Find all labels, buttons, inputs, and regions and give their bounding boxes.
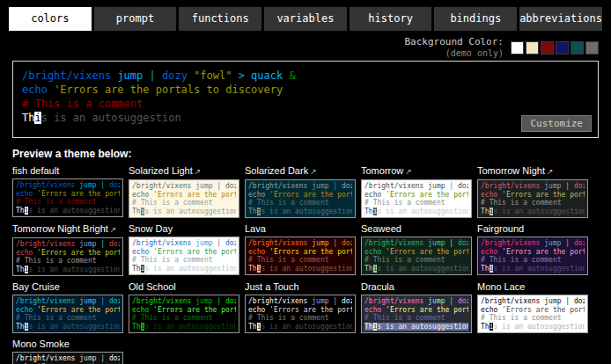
theme-preview: /bright/vixens jump | dozy "fowl" > quac… [477,179,588,218]
theme-name: Solarized Dark↗ [245,165,356,178]
tab-history[interactable]: history [350,7,432,31]
sample-line: # This is a comment [132,256,236,265]
background-swatch[interactable] [556,41,569,55]
customize-button[interactable]: Customize [521,115,592,132]
theme-preview: /bright/vixens jump | dozy "fowl" > quac… [245,237,356,275]
autosuggestion-line: This is an autosuggestion [364,323,468,331]
background-swatch[interactable] [526,41,539,55]
theme-card-lava[interactable]: Lava/bright/vixens jump | dozy "fowl" > … [245,223,356,276]
theme-card-seaweed[interactable]: Seaweed/bright/vixens jump | dozy "fowl"… [361,223,472,276]
terminal-sample: /bright/vixens jump | dozy "fowl" > quac… [22,69,589,125]
theme-preview: /bright/vixens jump | dozy "fowl" > quac… [361,237,472,275]
autosuggestion-line: This is an autosuggestion [248,323,352,331]
sample-line: # This is a comment [364,256,468,265]
theme-name: fish default [12,165,123,177]
sample-line: # This is a comment [16,314,120,323]
theme-card-fairground[interactable]: Fairground/bright/vixens jump | dozy "fo… [477,223,588,276]
background-color-picker: Background Color: (demo only) [0,31,611,61]
sample-line: echo 'Errors are the portals to discover… [364,191,468,200]
theme-card-dracula[interactable]: Dracula/bright/vixens jump | dozy "fowl"… [361,281,472,333]
sample-line: echo 'Errors are the portals to discover… [16,249,120,258]
theme-card-old-school[interactable]: Old School/bright/vixens jump | dozy "fo… [129,281,239,333]
theme-card-mono-lace[interactable]: Mono Lace/bright/vixens jump | dozy "fow… [477,281,588,333]
tab-abbreviations[interactable]: abbreviations [519,7,602,31]
theme-card-tomorrow-night[interactable]: Tomorrow Night↗/bright/vixens jump | doz… [477,165,588,218]
terminal-sample: /bright/vixens jump | dozy "fowl" > quac… [364,182,468,215]
sample-line: /bright/vixens jump | dozy "fowl" > quac… [16,240,120,249]
theme-card-just-a-touch[interactable]: Just a Touch/bright/vixens jump | dozy "… [245,281,356,333]
external-link-icon[interactable]: ↗ [547,167,554,176]
theme-preview: /bright/vixens jump | dozy "fowl" > quac… [12,352,123,364]
external-link-icon[interactable]: ↗ [110,225,117,234]
terminal-sample: /bright/vixens jump | dozy "fowl" > quac… [481,239,585,273]
theme-name: Tomorrow Night Bright↗ [12,223,123,236]
terminal-sample: /bright/vixens jump | dozy "fowl" > quac… [364,239,468,273]
terminal-sample: /bright/vixens jump | dozy "fowl" > quac… [132,239,236,273]
theme-card-fish-default[interactable]: fish default/bright/vixens jump | dozy "… [12,165,123,218]
sample-line: # This is a comment [481,314,585,323]
sample-line: # This is a comment [132,314,236,323]
tab-functions[interactable]: functions [179,7,261,31]
theme-card-solarized-dark[interactable]: Solarized Dark↗/bright/vixens jump | doz… [245,165,356,218]
sample-line: /bright/vixens jump | dozy "fowl" > quac… [481,182,585,191]
theme-card-mono-smoke[interactable]: Mono Smoke/bright/vixens jump | dozy "fo… [12,339,123,364]
sample-line: echo 'Errors are the portals to discover… [132,306,236,315]
background-swatch[interactable] [571,41,584,55]
background-swatches [511,41,599,55]
theme-card-tomorrow-night-bright[interactable]: Tomorrow Night Bright↗/bright/vixens jum… [12,223,123,276]
sample-line: echo 'Errors are the portals to discover… [248,191,352,200]
autosuggestion-line: This is an autosuggestion [364,207,468,216]
background-swatch[interactable] [541,41,554,55]
autosuggestion-line: This is an autosuggestion [132,207,236,216]
sample-line: echo 'Errors are the portals to discover… [248,248,352,257]
theme-preview: /bright/vixens jump | dozy "fowl" > quac… [361,295,472,333]
sample-line: /bright/vixens jump | dozy "fowl" > quac… [481,297,585,306]
section-title: Preview a theme below: [0,138,611,165]
theme-preview: /bright/vixens jump | dozy "fowl" > quac… [129,237,239,275]
theme-name: Mono Smoke [12,339,123,350]
external-link-icon[interactable]: ↗ [310,167,317,176]
terminal-sample: /bright/vixens jump | dozy "fowl" > quac… [16,240,120,273]
theme-card-bay-cruise[interactable]: Bay Cruise/bright/vixens jump | dozy "fo… [12,281,123,333]
theme-preview: /bright/vixens jump | dozy "fowl" > quac… [12,295,123,333]
sample-line: echo 'Errors are the portals to discover… [22,83,589,97]
autosuggestion-line: This is an autosuggestion [248,265,352,273]
terminal-sample: /bright/vixens jump | dozy "fowl" > quac… [248,297,352,331]
sample-line: /bright/vixens jump | dozy "fowl" > quac… [132,239,236,248]
tab-variables[interactable]: variables [264,7,347,31]
tab-bar: colorspromptfunctionsvariableshistorybin… [0,0,611,31]
terminal-sample: /bright/vixens jump | dozy "fowl" > quac… [16,297,120,331]
sample-line: /bright/vixens jump | dozy "fowl" > quac… [481,239,585,248]
sample-line: # This is a comment [16,198,120,207]
sample-line: /bright/vixens jump | dozy "fowl" > quac… [364,239,468,248]
background-swatch[interactable] [511,41,524,55]
tab-bindings[interactable]: bindings [434,7,517,31]
tab-prompt[interactable]: prompt [94,7,177,31]
external-link-icon[interactable]: ↗ [405,167,412,176]
theme-name: Solarized Light↗ [129,165,239,178]
sample-line: echo 'Errors are the portals to discover… [364,248,468,257]
theme-name: Snow Day [129,223,239,235]
autosuggestion-line: This is an autosuggestion [16,266,120,274]
terminal-sample: /bright/vixens jump | dozy "fowl" > quac… [248,182,352,215]
autosuggestion-line: This is an autosuggestion [132,265,236,273]
background-swatch[interactable] [585,41,599,55]
theme-card-solarized-light[interactable]: Solarized Light↗/bright/vixens jump | do… [129,165,239,218]
theme-preview: /bright/vixens jump | dozy "fowl" > quac… [477,295,588,333]
theme-grid: fish default/bright/vixens jump | dozy "… [0,165,611,364]
cursor-block: i [34,112,40,124]
theme-card-tomorrow[interactable]: Tomorrow↗/bright/vixens jump | dozy "fow… [361,165,472,218]
terminal-sample: /bright/vixens jump | dozy "fowl" > quac… [248,239,352,273]
external-link-icon[interactable]: ↗ [195,167,202,176]
sample-line: # This is a comment [248,256,352,265]
sample-line: echo 'Errors are the portals to discover… [481,191,585,200]
background-color-label: Background Color: [404,37,504,48]
autosuggestion-line: This is an autosuggestion [481,323,585,331]
sample-line: # This is a comment [364,199,468,207]
theme-card-snow-day[interactable]: Snow Day/bright/vixens jump | dozy "fowl… [129,223,239,276]
terminal-sample: /bright/vixens jump | dozy "fowl" > quac… [364,297,468,331]
theme-name: Just a Touch [245,281,356,293]
tab-colors[interactable]: colors [9,7,92,31]
sample-line: /bright/vixens jump | dozy "fowl" > quac… [132,297,236,306]
autosuggestion-line: This is an autosuggestion [248,207,352,216]
